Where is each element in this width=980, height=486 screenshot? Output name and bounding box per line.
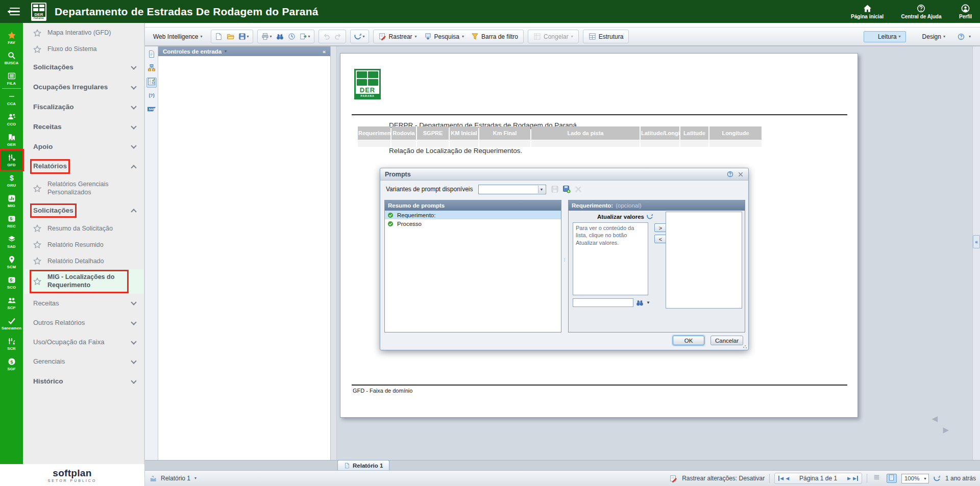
sidebar-item[interactable]: Solicitações xyxy=(23,201,144,221)
selected-values-list[interactable] xyxy=(666,212,742,309)
toolbar-icon-button[interactable] xyxy=(286,31,298,43)
panel-tab[interactable] xyxy=(146,64,157,74)
last-page-button[interactable]: ▶ xyxy=(853,476,858,481)
combo-dropdown-icon[interactable]: ▼ xyxy=(538,186,545,193)
rail-item[interactable]: $: REC xyxy=(0,211,23,232)
variant-action-icon[interactable] xyxy=(562,185,571,193)
ghost-prev-icon[interactable]: ◀ xyxy=(932,415,949,422)
variants-input[interactable] xyxy=(479,185,546,194)
chevron-down-icon[interactable] xyxy=(969,35,971,39)
mode-button[interactable] xyxy=(952,31,976,42)
track-changes-icon[interactable] xyxy=(670,475,677,482)
toolbar-icon-button[interactable] xyxy=(236,31,251,43)
rail-item[interactable]: GER xyxy=(0,130,23,150)
rail-item[interactable]: SCM xyxy=(0,252,23,272)
close-icon[interactable] xyxy=(738,171,744,177)
variant-action-icon[interactable] xyxy=(551,185,559,193)
rail-item[interactable]: MIG xyxy=(0,191,23,211)
report-tab[interactable]: Relatório 1 xyxy=(337,460,389,470)
sidebar-item[interactable]: Uso/Ocupação da Faixa xyxy=(23,332,144,352)
panel-tab[interactable]: (?) xyxy=(146,91,157,101)
ghost-next-icon[interactable]: ▶ xyxy=(943,426,949,433)
sidebar-item[interactable]: Apoio xyxy=(23,137,144,157)
sidebar-item[interactable]: Receitas xyxy=(23,117,144,137)
sidebar-item[interactable]: Fluxo do Sistema xyxy=(23,41,144,58)
prev-page-button[interactable]: ◀ xyxy=(786,476,789,481)
toolbar-icon-button[interactable] xyxy=(298,31,312,43)
rail-item[interactable]: CCA xyxy=(0,89,23,109)
refresh-values-button[interactable]: Atualizar valores xyxy=(583,213,668,220)
rail-item[interactable]: SAD xyxy=(0,232,23,252)
rail-item[interactable]: $: SCO xyxy=(0,272,23,293)
toolbar-icon-button[interactable] xyxy=(352,31,367,43)
help-icon[interactable] xyxy=(727,171,733,177)
cancel-button[interactable]: Cancelar xyxy=(710,336,743,345)
rail-item[interactable]: BUSCA xyxy=(0,48,23,68)
chevron-down-icon[interactable] xyxy=(308,35,310,39)
value-search-input[interactable] xyxy=(573,298,633,307)
chevron-down-icon[interactable]: ▼ xyxy=(646,300,650,305)
chevron-down-icon[interactable] xyxy=(571,35,573,39)
chevron-down-icon[interactable] xyxy=(415,35,417,39)
header-nav-item[interactable]: Perfil xyxy=(959,4,972,19)
resize-grip[interactable] xyxy=(743,344,747,348)
panel-splitter[interactable] xyxy=(331,46,337,460)
panel-tab[interactable] xyxy=(146,50,157,60)
sidebar-item[interactable]: Relatório Detalhado xyxy=(23,253,144,269)
chevron-down-icon[interactable] xyxy=(247,35,249,39)
header-nav-item[interactable]: Central de Ajuda xyxy=(901,4,941,19)
toolbar-icon-button[interactable] xyxy=(321,31,332,43)
sidebar-item[interactable]: Histórico xyxy=(23,372,144,392)
add-value-button[interactable]: > xyxy=(654,223,667,232)
zoom-select[interactable]: 100% ▼ xyxy=(901,474,929,483)
panel-tab[interactable]: SAP xyxy=(146,105,157,115)
chevron-down-icon[interactable] xyxy=(194,476,197,480)
quick-display-mode-button[interactable] xyxy=(872,474,882,483)
chevron-down-icon[interactable] xyxy=(270,35,272,39)
toolbar-button[interactable]: Congelar xyxy=(530,31,577,43)
rail-item[interactable]: $ SGF xyxy=(0,354,23,374)
sidebar-item[interactable]: Fiscalização xyxy=(23,97,144,117)
sidebar-item[interactable]: Resumo da Solicitação xyxy=(23,220,144,237)
sidebar-item[interactable]: Gerenciais xyxy=(23,352,144,371)
variant-action-icon[interactable] xyxy=(574,185,582,193)
sidebar-item[interactable]: MIG - Localizações do Requerimento xyxy=(23,269,144,293)
rail-item[interactable]: SCP xyxy=(0,293,23,313)
prompt-list-item[interactable]: Requerimento: xyxy=(385,211,561,219)
refresh-icon[interactable] xyxy=(647,213,653,220)
ok-button[interactable]: OK xyxy=(673,336,704,345)
toolbar-icon-button[interactable] xyxy=(274,31,286,43)
chevron-down-icon[interactable] xyxy=(363,35,365,39)
rail-item[interactable]: SCR xyxy=(0,334,23,354)
rail-item[interactable]: $ GRU xyxy=(0,170,23,191)
menu-toggle-icon[interactable] xyxy=(8,8,20,16)
toolbar-button[interactable]: Rastrear xyxy=(375,31,421,43)
toolbar-icon-button[interactable] xyxy=(225,31,236,43)
mode-button[interactable]: Leitura xyxy=(864,31,906,42)
page-mode-button[interactable] xyxy=(887,474,897,483)
sidebar-item[interactable]: Solicitações xyxy=(23,58,144,78)
sidebar-item[interactable]: Relatórios xyxy=(23,157,144,176)
collapse-panel-icon[interactable]: « xyxy=(323,48,326,55)
toolbar-button[interactable]: Estrutura xyxy=(585,31,627,43)
next-page-button[interactable]: ▶ xyxy=(847,476,851,481)
rail-item[interactable]: GFD xyxy=(0,150,23,170)
rail-item[interactable]: FAV xyxy=(0,28,23,48)
webi-menu-button[interactable]: Web Intelligence xyxy=(149,33,207,40)
rail-item[interactable]: CCO xyxy=(0,109,23,130)
sidebar-item[interactable]: Ocupações Irregulares xyxy=(23,78,144,97)
toolbar-icon-button[interactable] xyxy=(259,31,274,43)
panel-tab[interactable] xyxy=(146,78,157,88)
toolbar-icon-button[interactable] xyxy=(213,31,225,43)
variants-combobox[interactable]: ▼ xyxy=(478,185,546,194)
chevron-down-icon[interactable] xyxy=(462,35,464,39)
toolbar-button[interactable]: Barra de filtro xyxy=(468,31,522,43)
prompt-list-item[interactable]: Processo xyxy=(385,219,561,228)
toolbar-icon-button[interactable] xyxy=(332,31,344,43)
sidebar-item[interactable]: Mapa Interativo (GFD) xyxy=(23,25,144,41)
sidebar-item[interactable]: Receitas xyxy=(23,294,144,313)
search-values-icon[interactable] xyxy=(636,299,644,306)
rail-item[interactable]: FILA xyxy=(0,68,23,89)
header-nav-item[interactable]: Página inicial xyxy=(851,4,884,19)
mode-button[interactable]: Design xyxy=(908,31,950,42)
